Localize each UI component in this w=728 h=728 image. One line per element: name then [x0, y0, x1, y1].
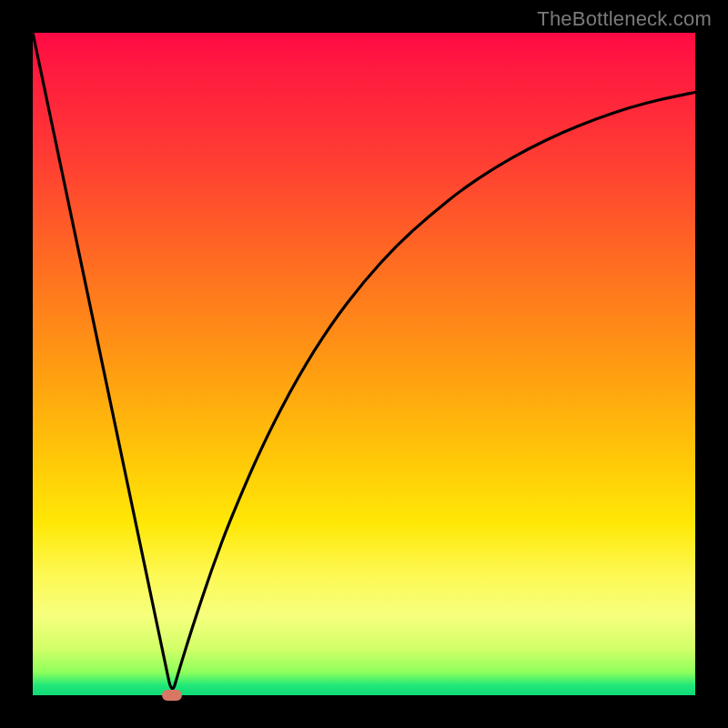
minimum-marker [162, 690, 182, 701]
watermark-text: TheBottleneck.com [537, 7, 712, 31]
plot-area [33, 33, 695, 695]
chart-frame: TheBottleneck.com [0, 0, 728, 728]
bottleneck-curve [33, 33, 695, 695]
